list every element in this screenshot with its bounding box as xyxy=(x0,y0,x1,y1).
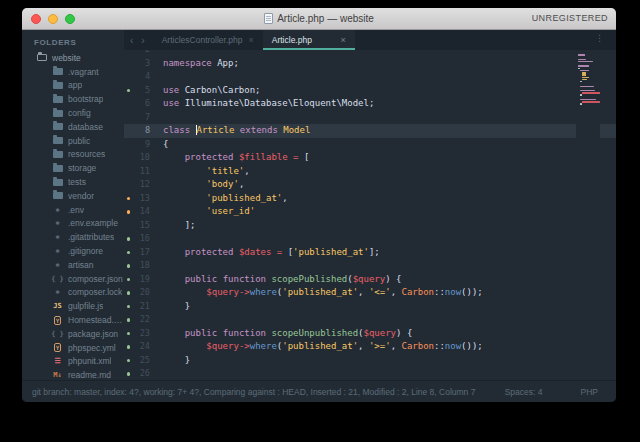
code-text xyxy=(150,70,163,84)
sidebar-item-composer-lock[interactable]: ✱composer.lock xyxy=(22,286,124,300)
sidebar-item--gitignore[interactable]: ✱.gitignore xyxy=(22,244,124,258)
git-gutter-added-icon xyxy=(124,246,133,260)
yaml-file-icon: Y xyxy=(52,315,63,325)
sidebar-item--vagrant[interactable]: .vagrant xyxy=(22,65,124,79)
minimap-line xyxy=(582,101,601,102)
sidebar-item-website[interactable]: website xyxy=(22,51,124,65)
close-window-button[interactable] xyxy=(31,14,41,24)
sidebar-item--env[interactable]: ✱.env xyxy=(22,203,124,217)
sidebar-item-package-json[interactable]: { }package.json xyxy=(22,327,124,341)
tab-articlescontroller[interactable]: ArticlesController.php × xyxy=(153,30,263,50)
syntax-setting[interactable]: PHP xyxy=(581,387,598,397)
folder-icon xyxy=(52,122,63,132)
sidebar-item-storage[interactable]: storage xyxy=(22,161,124,175)
code-text: $query->where('published_at', '>=', Carb… xyxy=(150,340,483,354)
close-tab-icon[interactable]: × xyxy=(340,35,345,45)
code-text: public function scopeUnpublished($query)… xyxy=(150,327,412,341)
config-file-icon: ✱ xyxy=(52,218,63,228)
code-text: 'user_id' xyxy=(150,205,255,219)
sidebar-item-label: resources xyxy=(68,149,105,159)
unregistered-badge: UNREGISTERED xyxy=(532,13,608,23)
sidebar-item-artisan[interactable]: ✱artisan xyxy=(22,258,124,272)
tab-bar: ‹ › ArticlesController.php × Article.php… xyxy=(124,30,616,50)
sidebar-item-resources[interactable]: resources xyxy=(22,148,124,162)
sidebar-item-readme-md[interactable]: M↓readme.md xyxy=(22,368,124,380)
sidebar-item-composer-json[interactable]: { }composer.json xyxy=(22,272,124,286)
folder-open-icon xyxy=(36,53,47,63)
code-line-15: 15 ]; xyxy=(124,219,616,233)
code-text: public function scopePublished($query) { xyxy=(150,273,401,287)
code-line-18: 18 xyxy=(124,259,616,273)
code-text: } xyxy=(150,354,190,368)
minimap-line xyxy=(580,103,582,104)
minimap-line xyxy=(580,70,590,71)
git-gutter-modified-icon xyxy=(124,205,133,219)
line-number: 8 xyxy=(133,124,150,138)
sidebar-item--gitattributes[interactable]: ✱.gitattributes xyxy=(22,230,124,244)
code-text: protected $dates = ['published_at']; xyxy=(150,246,380,260)
minimap-line xyxy=(582,79,587,80)
git-gutter-added-icon xyxy=(124,327,133,341)
sidebar-item-label: phpspec.yml xyxy=(68,343,116,353)
folder-icon xyxy=(52,163,63,173)
indentation-setting[interactable]: Spaces: 4 xyxy=(505,387,543,397)
js-file-icon: JS xyxy=(52,301,63,311)
git-gutter-empty xyxy=(124,151,133,165)
window-controls xyxy=(31,14,75,24)
close-tab-icon[interactable]: × xyxy=(248,35,253,45)
config-file-icon: ✱ xyxy=(52,232,63,242)
sidebar-item-public[interactable]: public xyxy=(22,134,124,148)
window-title: Article.php — website xyxy=(277,13,374,24)
line-number: 12 xyxy=(133,178,150,192)
sidebar-item-bootstrap[interactable]: bootstrap xyxy=(22,92,124,106)
line-number: 13 xyxy=(133,192,150,206)
folder-icon xyxy=(52,67,63,77)
sidebar-item-phpunit-xml[interactable]: ☰phpunit.xml xyxy=(22,355,124,369)
sidebar-item-phpspec-yml[interactable]: Yphpspec.yml xyxy=(22,341,124,355)
line-number: 6 xyxy=(133,97,150,111)
code-line-21: 21 } xyxy=(124,300,616,314)
title-bar[interactable]: Article.php — website UNREGISTERED xyxy=(22,8,616,30)
line-number: 25 xyxy=(133,354,150,368)
config-file-icon: ✱ xyxy=(52,246,63,256)
sidebar-item-config[interactable]: config xyxy=(22,106,124,120)
tab-article[interactable]: Article.php × xyxy=(263,30,355,50)
git-gutter-added-icon xyxy=(124,84,133,98)
tab-overflow-icon[interactable]: ⋮ xyxy=(595,33,604,43)
code-text: } xyxy=(150,300,190,314)
minimap[interactable] xyxy=(576,50,600,380)
app-window: Article.php — website UNREGISTERED FOLDE… xyxy=(22,8,616,402)
sidebar-item-label: bootstrap xyxy=(68,94,103,104)
line-number: 9 xyxy=(133,138,150,152)
code-line-9: 9{ xyxy=(124,138,616,152)
folder-icon xyxy=(52,108,63,118)
sidebar-item-database[interactable]: database xyxy=(22,120,124,134)
code-editor[interactable]: 23namespace App;45use Carbon\Carbon;6use… xyxy=(124,50,616,380)
minimize-window-button[interactable] xyxy=(48,14,58,24)
sidebar-item-label: config xyxy=(68,108,91,118)
code-lines: 23namespace App;45use Carbon\Carbon;6use… xyxy=(124,50,616,380)
sidebar-item-homestead-yaml[interactable]: YHomestead.yaml xyxy=(22,313,124,327)
sidebar-item--env-example[interactable]: ✱.env.example xyxy=(22,217,124,231)
line-number: 26 xyxy=(133,367,150,380)
sidebar-item-tests[interactable]: tests xyxy=(22,175,124,189)
json-file-icon: { } xyxy=(52,274,63,284)
line-number: 5 xyxy=(133,84,150,98)
line-number: 10 xyxy=(133,151,150,165)
status-bar: git branch: master, index: 4?, working: … xyxy=(22,380,616,402)
minimap-line xyxy=(578,68,580,69)
sidebar-item-vendor[interactable]: vendor xyxy=(22,189,124,203)
git-gutter-added-icon xyxy=(124,313,133,327)
git-gutter-added-icon xyxy=(124,367,133,380)
git-status-text: git branch: master, index: 4?, working: … xyxy=(32,387,505,397)
git-gutter-added-icon xyxy=(124,286,133,300)
code-line-26: 26 xyxy=(124,367,616,380)
prev-tab-icon[interactable]: ‹ xyxy=(130,35,133,46)
git-gutter-added-icon xyxy=(124,354,133,368)
next-tab-icon[interactable]: › xyxy=(141,35,144,46)
sidebar-item-app[interactable]: app xyxy=(22,79,124,93)
zoom-window-button[interactable] xyxy=(65,14,75,24)
sidebar-item-gulpfile-js[interactable]: JSgulpfile.js xyxy=(22,299,124,313)
code-text: $query->where('published_at', '<=', Carb… xyxy=(150,286,483,300)
sidebar-item-label: .env.example xyxy=(68,218,118,228)
